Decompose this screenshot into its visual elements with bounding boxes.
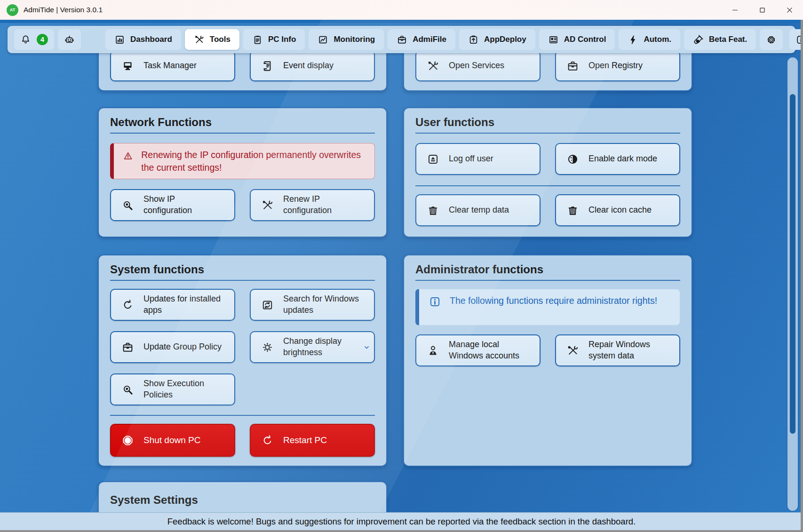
refresh-icon	[121, 299, 134, 311]
tab-admifile[interactable]: AdmiFile	[388, 29, 455, 50]
settings-button[interactable]	[760, 29, 783, 50]
lightning-icon	[628, 34, 638, 45]
tools-icon	[566, 344, 579, 357]
clear-temp-data-button[interactable]: Clear temp data	[415, 194, 541, 226]
close-button[interactable]	[776, 0, 803, 20]
manage-local-accounts-button[interactable]: Manage local Windows accounts	[415, 334, 541, 366]
change-display-brightness-button[interactable]: Change display brightness	[250, 331, 375, 363]
eject-icon	[427, 153, 439, 166]
tab-monitoring[interactable]: Monitoring	[309, 29, 384, 50]
tab-tools[interactable]: Tools	[185, 29, 239, 50]
tab-automation[interactable]: Autom.	[619, 29, 680, 50]
scrollbar-thumb[interactable]	[790, 94, 795, 434]
tab-label: Dashboard	[130, 35, 172, 44]
button-label: Event display	[283, 60, 334, 71]
search-windows-updates-button[interactable]: Search for Windows updates	[250, 289, 375, 321]
button-label: Updates for installed apps	[143, 294, 224, 316]
notifications-button[interactable]: 4	[14, 29, 54, 50]
title-rule	[110, 280, 375, 281]
feedback-text: Feedback is welcome! Bugs and suggestion…	[167, 516, 636, 527]
shut-down-pc-button[interactable]: Shut down PC	[110, 424, 235, 457]
dark-mode-icon	[566, 153, 579, 166]
update-group-policy-button[interactable]: Update Group Policy	[110, 331, 235, 363]
magnifier-icon	[121, 199, 134, 212]
assistant-button[interactable]	[58, 29, 81, 50]
updates-installed-apps-button[interactable]: Updates for installed apps	[110, 289, 235, 321]
show-execution-policies-button[interactable]: Show Execution Policies	[110, 373, 235, 405]
tab-label: PC Info	[268, 35, 296, 44]
tools-icon	[427, 60, 439, 72]
restart-pc-button[interactable]: Restart PC	[250, 424, 375, 457]
button-label: Task Manager	[143, 60, 197, 71]
tab-dashboard[interactable]: Dashboard	[105, 29, 181, 50]
button-label: Enable dark mode	[588, 153, 657, 165]
policy-case-icon	[121, 341, 134, 354]
user-functions-card: User functions Log off user Enable dark …	[403, 107, 692, 238]
section-title-system: System functions	[110, 263, 375, 276]
button-label: Renew IP configuration	[283, 194, 364, 216]
open-services-button[interactable]: Open Services	[415, 50, 541, 81]
log-off-user-button[interactable]: Log off user	[415, 143, 541, 175]
button-label: Update Group Policy	[143, 341, 222, 353]
button-label: Show IP configuration	[143, 194, 224, 216]
minimize-button[interactable]	[721, 0, 748, 20]
warning-icon	[123, 150, 133, 162]
tab-appdeploy[interactable]: AppDeploy	[459, 29, 535, 50]
bell-icon	[20, 34, 31, 45]
task-manager-button[interactable]: Task Manager	[110, 50, 235, 81]
system-functions-card: System functions Updates for installed a…	[98, 254, 387, 467]
app-title: AdmiTide | Version 3.0.1	[24, 6, 103, 14]
open-registry-button[interactable]: Open Registry	[555, 50, 680, 81]
clear-icon-cache-button[interactable]: Clear icon cache	[555, 194, 680, 226]
window-bottom-edge	[0, 530, 803, 532]
administrator-functions-card: Administrator functions The following fu…	[403, 254, 692, 467]
nav-bar: 4 Dashboard Tools PC Info Monitoring Adm…	[8, 26, 795, 53]
briefcase-icon	[397, 34, 407, 45]
monitor-icon	[121, 60, 134, 72]
id-card-icon	[548, 34, 559, 45]
ip-warning-banner: Renewing the IP configuration permanentl…	[110, 143, 375, 179]
button-label: Show Execution Policies	[143, 378, 224, 401]
section-title-admin: Administrator functions	[415, 263, 680, 276]
scrollbar-track[interactable]	[787, 56, 799, 512]
button-label: Clear icon cache	[588, 205, 652, 216]
title-bar: AT AdmiTide | Version 3.0.1	[0, 0, 803, 20]
deploy-box-icon	[468, 34, 479, 45]
window-right-edge	[801, 20, 803, 532]
magnifier-icon	[121, 383, 134, 396]
sync-box-icon	[261, 299, 274, 311]
section-title-settings: System Settings	[110, 493, 375, 507]
brightness-icon	[261, 341, 274, 354]
restart-icon	[261, 434, 274, 447]
window-controls	[721, 0, 803, 20]
danger-separator	[110, 415, 375, 416]
button-label: Manage local Windows accounts	[449, 339, 529, 362]
title-rule	[110, 133, 375, 134]
maximize-icon	[758, 6, 766, 14]
app-logo: AT	[7, 4, 18, 16]
button-label: Search for Windows updates	[283, 294, 364, 316]
tab-label: Monitoring	[334, 35, 375, 44]
app-window: AT AdmiTide | Version 3.0.1 4 Dashboard …	[0, 0, 803, 532]
bar-chart-icon	[114, 34, 125, 45]
tab-beta-features[interactable]: Beta Feat.	[684, 29, 756, 50]
tools-icon	[261, 199, 274, 212]
tab-label: AdmiFile	[413, 35, 446, 44]
tab-pc-info[interactable]: PC Info	[243, 29, 305, 50]
admin-rights-info-banner: The following functions require administ…	[415, 289, 680, 326]
maximize-button[interactable]	[748, 0, 776, 20]
event-display-button[interactable]: Event display	[250, 50, 375, 81]
button-label: Log off user	[449, 153, 493, 165]
enable-dark-mode-button[interactable]: Enable dark mode	[555, 143, 680, 175]
tab-ad-control[interactable]: AD Control	[539, 29, 615, 50]
accent-strip	[0, 20, 803, 23]
network-functions-card: Network Functions Renewing the IP config…	[98, 107, 387, 238]
renew-ip-configuration-button[interactable]: Renew IP configuration	[250, 189, 375, 221]
show-ip-configuration-button[interactable]: Show IP configuration	[110, 189, 235, 221]
tab-label: Tools	[210, 35, 231, 44]
stop-icon	[121, 434, 134, 447]
repair-system-data-button[interactable]: Repair Windows system data	[555, 334, 680, 366]
tab-label: Autom.	[644, 35, 671, 44]
line-chart-icon	[318, 34, 328, 45]
title-rule	[415, 133, 680, 134]
